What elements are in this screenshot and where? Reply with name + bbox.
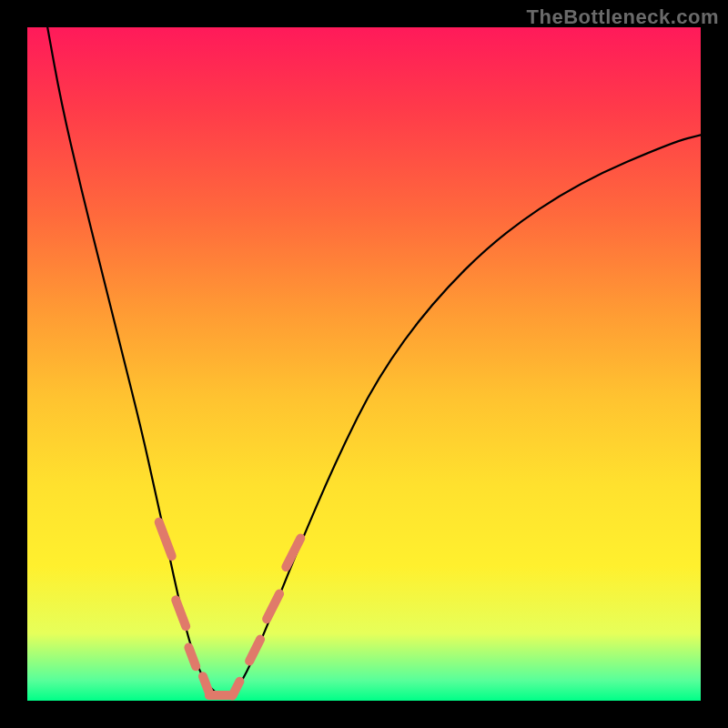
plot-area xyxy=(27,27,701,701)
marker-capsule xyxy=(176,600,186,626)
marker-capsule xyxy=(188,648,196,667)
marker-capsule xyxy=(232,682,239,696)
watermark-text: TheBottleneck.com xyxy=(527,5,719,29)
marker-capsule xyxy=(286,538,300,567)
marker-capsule xyxy=(249,640,260,662)
marker-capsule xyxy=(267,594,279,620)
chart-frame: TheBottleneck.com xyxy=(0,0,728,728)
chart-svg xyxy=(27,27,701,701)
marker-capsule xyxy=(159,522,172,556)
data-markers xyxy=(159,522,301,696)
marker-capsule xyxy=(203,676,208,692)
bottleneck-curve xyxy=(47,27,701,695)
